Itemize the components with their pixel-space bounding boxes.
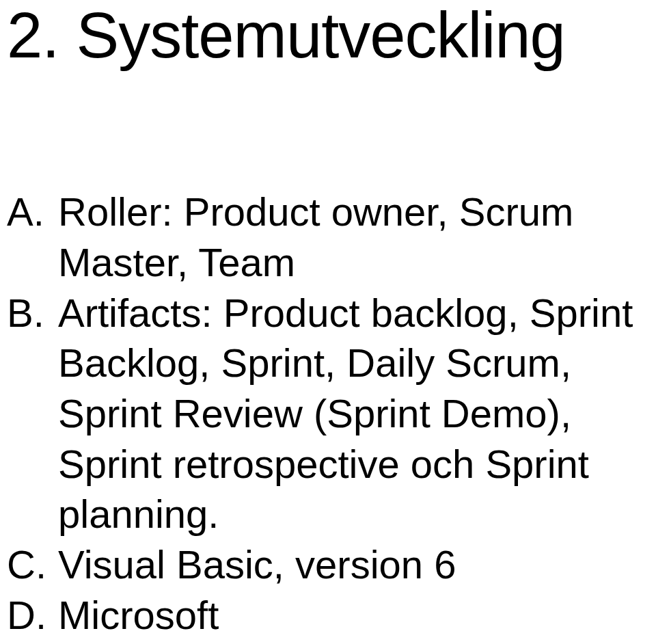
list-marker: D. [7, 590, 58, 641]
list-content: Roller: Product owner, Scrum Master, Tea… [58, 187, 656, 287]
list-container: A. Roller: Product owner, Scrum Master, … [7, 187, 656, 640]
list-content: Artifacts: Product backlog, Sprint Backl… [58, 288, 656, 539]
list-marker: C. [7, 539, 58, 590]
list-item: A. Roller: Product owner, Scrum Master, … [7, 187, 656, 287]
list-item: B. Artifacts: Product backlog, Sprint Ba… [7, 288, 656, 539]
list-marker: A. [7, 187, 58, 287]
list-item: D. Microsoft [7, 590, 656, 641]
list-content: Microsoft [58, 590, 656, 641]
section-heading: 2. Systemutveckling [7, 0, 656, 70]
list-item: C. Visual Basic, version 6 [7, 539, 656, 590]
list-content: Visual Basic, version 6 [58, 539, 656, 590]
list-marker: B. [7, 288, 58, 539]
